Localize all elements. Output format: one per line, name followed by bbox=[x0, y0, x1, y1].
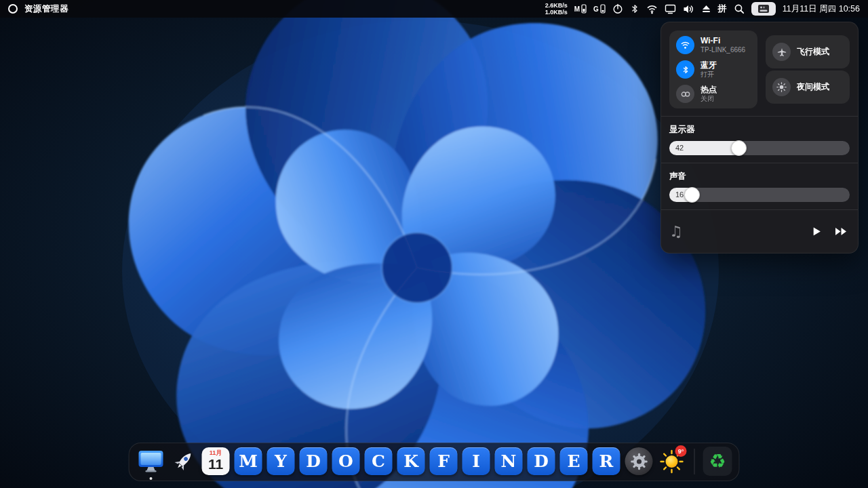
menubar: 资源管理器 2.6KB/s 1.0KB/s M G bbox=[0, 0, 868, 18]
eject-icon[interactable] bbox=[701, 4, 711, 14]
dock-item-calendar[interactable]: 11月 11 bbox=[201, 447, 231, 476]
dock-item-letter-f[interactable]: F bbox=[429, 447, 458, 476]
dock-item-letter-i[interactable]: I bbox=[462, 447, 491, 476]
calendar-day: 11 bbox=[208, 456, 223, 472]
letter-tile: E bbox=[560, 447, 588, 475]
dock-item-finder-display[interactable] bbox=[136, 447, 165, 476]
memory-indicator[interactable]: M bbox=[574, 4, 587, 14]
wifi-toggle-icon[interactable] bbox=[676, 36, 694, 54]
play-button[interactable] bbox=[808, 222, 825, 240]
display-section-label: 显示器 bbox=[669, 124, 850, 136]
dock-item-letter-c[interactable]: C bbox=[364, 447, 393, 476]
dock-item-letter-r[interactable]: R bbox=[592, 447, 621, 476]
letter-tile: N bbox=[495, 447, 523, 475]
airplane-mode-label: 飞行模式 bbox=[797, 46, 829, 58]
gpu-indicator[interactable]: G bbox=[593, 4, 606, 14]
dock-separator bbox=[694, 449, 695, 474]
brightness-value: 42 bbox=[675, 141, 684, 155]
calendar-month: 11月 bbox=[210, 450, 222, 456]
gpu-gauge-icon bbox=[600, 4, 606, 14]
gpu-indicator-label: G bbox=[593, 5, 599, 13]
control-center-button[interactable] bbox=[751, 2, 776, 16]
letter-tile: K bbox=[397, 447, 425, 475]
hotspot-title: 热点 bbox=[701, 85, 717, 94]
connectivity-card: Wi-Fi TP-LINK_6666 蓝牙 打开 热点 bbox=[669, 30, 757, 108]
media-controls-section: ♫ bbox=[669, 218, 850, 245]
bluetooth-status: 打开 bbox=[701, 70, 717, 79]
dock-item-letter-d1[interactable]: D bbox=[299, 447, 328, 476]
weather-temperature-badge: 9° bbox=[675, 445, 687, 457]
night-mode-toggle[interactable]: 夜间模式 bbox=[766, 70, 850, 104]
network-speed-indicator: 2.6KB/s 1.0KB/s bbox=[545, 2, 568, 16]
search-icon[interactable] bbox=[734, 3, 745, 14]
bluetooth-row[interactable]: 蓝牙 打开 bbox=[676, 60, 751, 79]
bluetooth-title: 蓝牙 bbox=[701, 60, 717, 70]
dock-item-letter-d2[interactable]: D bbox=[527, 447, 556, 476]
letter-tile: R bbox=[593, 447, 620, 475]
memory-gauge-icon bbox=[581, 4, 587, 14]
active-app-title[interactable]: 资源管理器 bbox=[24, 3, 68, 15]
hotspot-status: 关闭 bbox=[701, 95, 717, 103]
airplane-icon bbox=[772, 43, 791, 61]
divider bbox=[661, 209, 858, 210]
display-app-icon bbox=[137, 449, 164, 474]
bluetooth-icon[interactable] bbox=[630, 3, 639, 14]
dock-item-letter-e[interactable]: E bbox=[559, 447, 589, 476]
wifi-icon[interactable] bbox=[646, 4, 658, 14]
wifi-title: Wi-Fi bbox=[701, 36, 745, 45]
dock-item-letter-y[interactable]: Y bbox=[267, 447, 296, 476]
night-mode-label: 夜间模式 bbox=[797, 81, 829, 93]
dock-item-letter-n[interactable]: N bbox=[494, 447, 524, 476]
dock-item-launchpad[interactable] bbox=[169, 447, 198, 476]
control-center-icon bbox=[757, 4, 770, 14]
gear-icon bbox=[625, 447, 653, 475]
music-note-icon: ♫ bbox=[669, 223, 683, 240]
volume-slider-fill: 16 bbox=[669, 188, 698, 202]
dock-item-weather[interactable]: 9° bbox=[657, 447, 686, 476]
divider bbox=[661, 163, 858, 163]
wifi-row[interactable]: Wi-Fi TP-LINK_6666 bbox=[676, 36, 751, 54]
volume-section: 声音 16 bbox=[669, 171, 850, 202]
dock-item-trash[interactable]: ♻ bbox=[703, 447, 732, 476]
hotspot-row[interactable]: 热点 关闭 bbox=[676, 85, 751, 103]
system-logo-icon[interactable] bbox=[8, 4, 18, 14]
letter-tile: C bbox=[365, 447, 393, 475]
recycle-bin-icon: ♻ bbox=[703, 447, 732, 476]
letter-tile: M bbox=[235, 447, 262, 475]
memory-indicator-label: M bbox=[574, 5, 580, 13]
wifi-network-name: TP-LINK_6666 bbox=[701, 46, 745, 54]
net-upload-speed: 2.6KB/s bbox=[545, 2, 568, 9]
bluetooth-toggle-icon[interactable] bbox=[676, 60, 694, 79]
rocket-icon bbox=[170, 449, 196, 474]
running-indicator-dot bbox=[149, 477, 152, 480]
letter-tile: D bbox=[528, 447, 555, 475]
net-download-speed: 1.0KB/s bbox=[545, 9, 568, 16]
dock-item-letter-m[interactable]: M bbox=[234, 447, 263, 476]
next-track-button[interactable] bbox=[832, 222, 850, 240]
volume-value: 16 bbox=[675, 188, 684, 202]
volume-icon[interactable] bbox=[683, 4, 694, 14]
dock-item-settings[interactable] bbox=[625, 447, 654, 476]
volume-slider-knob[interactable] bbox=[684, 187, 700, 203]
display-brightness-section: 显示器 42 bbox=[669, 124, 850, 155]
dock-item-letter-k[interactable]: K bbox=[397, 447, 426, 476]
menubar-datetime[interactable]: 11月11日 周四 10:56 bbox=[783, 3, 860, 15]
letter-tile: I bbox=[462, 447, 490, 475]
dock-item-letter-o[interactable]: O bbox=[332, 447, 361, 476]
hotspot-toggle-icon[interactable] bbox=[676, 85, 694, 103]
divider bbox=[661, 116, 858, 117]
control-center-panel: Wi-Fi TP-LINK_6666 蓝牙 打开 热点 bbox=[660, 22, 859, 253]
power-monitor-icon[interactable] bbox=[612, 3, 623, 14]
calendar-icon: 11月 11 bbox=[202, 447, 230, 475]
brightness-slider-knob[interactable] bbox=[731, 140, 747, 156]
input-method-indicator[interactable]: 拼 bbox=[718, 3, 727, 15]
volume-slider[interactable]: 16 bbox=[669, 188, 850, 202]
brightness-slider-fill: 42 bbox=[669, 141, 745, 155]
display-icon[interactable] bbox=[665, 4, 676, 14]
letter-tile: F bbox=[430, 447, 458, 475]
brightness-slider[interactable]: 42 bbox=[669, 141, 850, 155]
airplane-mode-toggle[interactable]: 飞行模式 bbox=[766, 35, 850, 68]
letter-tile: Y bbox=[267, 447, 295, 475]
volume-section-label: 声音 bbox=[669, 171, 850, 182]
letter-tile: D bbox=[300, 447, 328, 475]
